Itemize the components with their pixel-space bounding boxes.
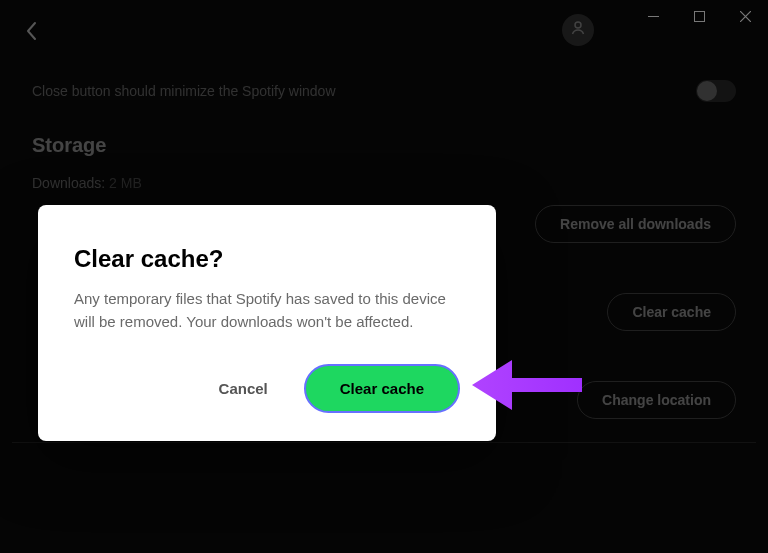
clear-cache-confirm-button[interactable]: Clear cache — [304, 364, 460, 413]
clear-cache-modal: Clear cache? Any temporary files that Sp… — [38, 205, 496, 441]
modal-body: Any temporary files that Spotify has sav… — [74, 287, 460, 334]
cancel-button[interactable]: Cancel — [219, 380, 268, 397]
modal-title: Clear cache? — [74, 245, 460, 273]
